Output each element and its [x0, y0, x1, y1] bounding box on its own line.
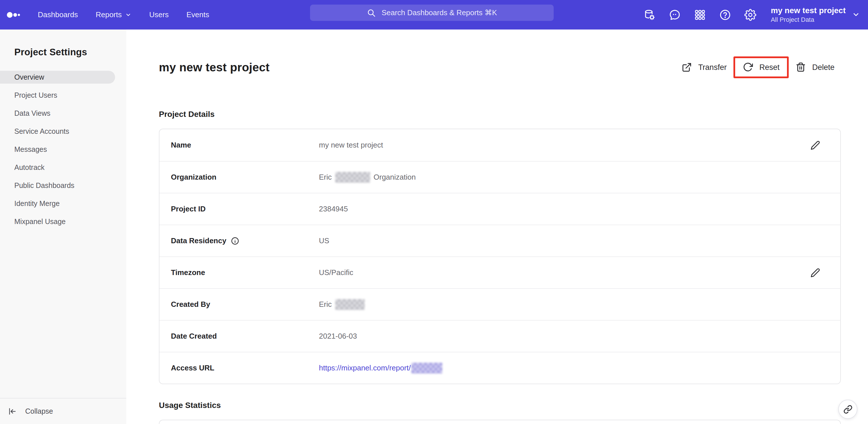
table-row-data-residency: Data Residency US — [159, 225, 840, 256]
search-icon — [367, 8, 376, 18]
data-management-button[interactable] — [643, 8, 656, 21]
transfer-icon — [682, 62, 692, 73]
collapse-icon — [8, 407, 16, 416]
database-gear-icon — [644, 9, 656, 21]
reset-icon — [743, 62, 753, 73]
current-project-scope: All Project Data — [771, 16, 846, 23]
sidebar-item-project-users[interactable]: Project Users — [0, 89, 115, 102]
table-row-created-by: Created By Eric — [159, 288, 840, 320]
sidebar-item-public-dashboards[interactable]: Public Dashboards — [0, 179, 115, 192]
org-value-prefix: Eric — [319, 173, 332, 181]
apps-grid-button[interactable] — [694, 8, 706, 21]
page-header: my new test project Transfer Reset — [159, 56, 841, 78]
sidebar-item-label: Project Users — [14, 91, 57, 100]
table-row-date-created: Date Created 2021-06-03 — [159, 320, 840, 352]
grid-icon — [694, 9, 706, 21]
sidebar-item-label: Autotrack — [14, 163, 45, 172]
data-residency-info-button[interactable] — [231, 237, 239, 245]
help-circle-icon — [719, 9, 731, 21]
table-row-organization: Organization Eric Organization — [159, 161, 840, 193]
row-value: US/Pacific — [319, 268, 353, 277]
mixpanel-logo-icon[interactable] — [6, 8, 25, 21]
access-url-link[interactable]: https://mixpanel.com/report/ — [319, 364, 411, 372]
project-switcher[interactable]: my new test project All Project Data — [771, 6, 860, 23]
gear-icon — [744, 9, 756, 21]
link-icon — [843, 405, 852, 414]
project-details-heading: Project Details — [159, 110, 841, 119]
redacted-text — [335, 299, 365, 310]
sidebar-item-identity-merge[interactable]: Identity Merge — [0, 197, 115, 210]
search-input[interactable]: Search Dashboards & Reports ⌘K — [310, 5, 554, 21]
settings-button[interactable] — [744, 8, 757, 21]
row-value: 2021-06-03 — [319, 332, 357, 341]
sidebar-item-autotrack[interactable]: Autotrack — [0, 161, 115, 174]
delete-label: Delete — [812, 63, 835, 72]
help-button[interactable] — [719, 8, 732, 21]
table-row-name: Name my new test project — [159, 129, 840, 161]
redacted-text — [335, 172, 370, 183]
edit-name-button[interactable] — [810, 140, 821, 151]
sidebar-item-label: Messages — [14, 145, 47, 153]
reset-button[interactable]: Reset — [735, 58, 787, 77]
sidebar-nav: Overview Project Users Data Views Servic… — [0, 71, 126, 233]
sidebar-item-mixpanel-usage[interactable]: Mixpanel Usage — [0, 215, 115, 228]
edit-timezone-button[interactable] — [810, 267, 821, 278]
pencil-icon — [810, 268, 820, 278]
sidebar-item-messages[interactable]: Messages — [0, 143, 115, 156]
table-row-timezone: Timezone US/Pacific — [159, 256, 840, 288]
row-label: Project ID — [159, 204, 319, 214]
sidebar-item-label: Overview — [14, 73, 44, 81]
row-value: Eric Organization — [319, 172, 416, 183]
row-label: Organization — [159, 173, 319, 181]
nav-item-label: Users — [149, 10, 168, 19]
row-value: Eric — [319, 299, 365, 310]
main-content: my new test project Transfer Reset — [126, 29, 868, 424]
row-label: Timezone — [159, 268, 319, 277]
reset-label: Reset — [759, 63, 779, 72]
delete-button[interactable]: Delete — [789, 56, 841, 78]
chevron-down-icon — [852, 10, 860, 19]
pencil-icon — [810, 140, 820, 150]
transfer-button[interactable]: Transfer — [675, 56, 733, 78]
search-placeholder: Search Dashboards & Reports ⌘K — [382, 8, 497, 17]
nav-item-label: Reports — [96, 10, 122, 19]
usage-statistics-card — [159, 420, 841, 424]
nav-item-users[interactable]: Users — [149, 10, 168, 19]
sidebar-item-label: Data Views — [14, 109, 51, 117]
collapse-label: Collapse — [25, 407, 53, 416]
message-bubble-icon — [669, 9, 681, 21]
table-row-access-url: Access URL https://mixpanel.com/report/ — [159, 352, 840, 384]
row-value: https://mixpanel.com/report/ — [319, 363, 442, 374]
row-label: Access URL — [159, 364, 319, 372]
row-label: Created By — [159, 300, 319, 309]
nav-item-dashboards[interactable]: Dashboards — [38, 10, 78, 19]
feedback-button[interactable] — [669, 8, 681, 21]
sidebar-item-overview[interactable]: Overview — [0, 71, 115, 84]
navbar-right-cluster: my new test project All Project Data — [643, 0, 860, 29]
copy-link-button[interactable] — [838, 400, 858, 419]
nav-item-reports[interactable]: Reports — [96, 10, 131, 19]
nav-item-label: Events — [186, 10, 209, 19]
trash-icon — [796, 62, 806, 73]
transfer-label: Transfer — [698, 63, 727, 72]
collapse-sidebar-button[interactable]: Collapse — [0, 398, 126, 424]
sidebar-item-service-accounts[interactable]: Service Accounts — [0, 125, 115, 138]
table-row-project-id: Project ID 2384945 — [159, 193, 840, 225]
sidebar-item-data-views[interactable]: Data Views — [0, 107, 115, 120]
sidebar-item-label: Public Dashboards — [14, 181, 74, 190]
row-value: 2384945 — [319, 204, 348, 214]
project-details-card: Name my new test project Organization Er… — [159, 129, 841, 384]
org-value-suffix: Organization — [374, 173, 416, 181]
settings-sidebar: Project Settings Overview Project Users … — [0, 29, 126, 424]
top-navbar: Dashboards Reports Users Events Search D… — [0, 0, 868, 29]
primary-nav: Dashboards Reports Users Events — [38, 10, 227, 19]
usage-statistics-heading: Usage Statistics — [159, 401, 841, 410]
created-by-prefix: Eric — [319, 300, 332, 309]
row-label: Data Residency — [159, 236, 319, 245]
row-label: Name — [159, 141, 319, 149]
row-value: US — [319, 236, 329, 245]
nav-item-events[interactable]: Events — [186, 10, 209, 19]
row-label: Date Created — [159, 332, 319, 341]
reset-highlight-annotation: Reset — [734, 56, 789, 78]
redacted-text — [411, 363, 442, 374]
